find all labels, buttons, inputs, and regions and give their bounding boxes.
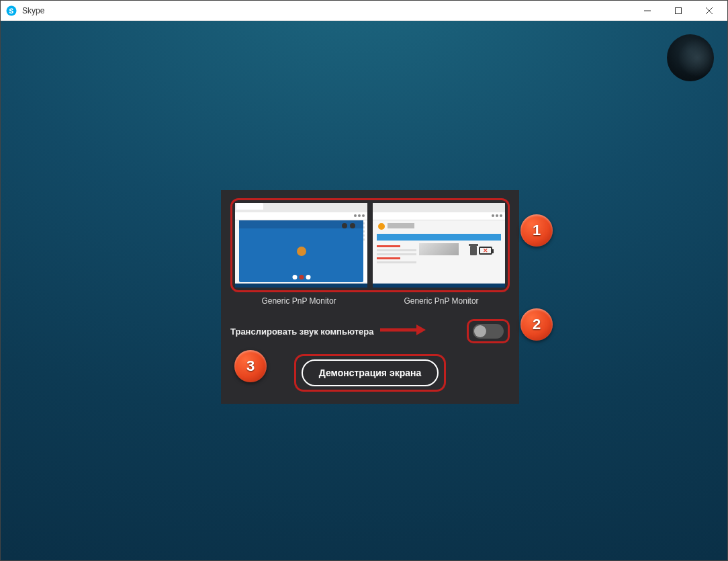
screen-label-2: Generic PnP Monitor — [373, 296, 510, 306]
call-background: ✕ Generic PnP Monitor Generic PnP Monito… — [1, 21, 727, 561]
share-button-highlight: Демонстрация экрана — [294, 354, 447, 392]
screen-label-1: Generic PnP Monitor — [230, 296, 367, 306]
action-row: Демонстрация экрана — [230, 354, 510, 392]
screen-tile-2[interactable]: ✕ — [373, 203, 505, 288]
svg-rect-2 — [676, 7, 682, 13]
share-screen-dialog: ✕ Generic PnP Monitor Generic PnP Monito… — [221, 190, 519, 404]
avatar[interactable] — [667, 34, 714, 81]
svg-marker-6 — [416, 325, 426, 335]
minimize-button[interactable] — [632, 1, 663, 20]
toggle-knob — [474, 325, 486, 337]
share-screen-button[interactable]: Демонстрация экрана — [302, 359, 439, 386]
toggle-highlight — [467, 319, 510, 343]
close-button[interactable] — [694, 1, 725, 20]
arrow-icon — [379, 324, 426, 339]
screen-choice-row: ✕ — [230, 198, 510, 292]
screen-labels: Generic PnP Monitor Generic PnP Monitor — [230, 296, 510, 306]
window-controls — [632, 1, 725, 20]
maximize-button[interactable] — [663, 1, 694, 20]
annotation-badge-2: 2 — [520, 308, 553, 341]
audio-row: Транслировать звук компьютера — [230, 319, 510, 343]
broadcast-audio-toggle[interactable] — [473, 324, 504, 339]
skype-icon — [6, 5, 17, 16]
broadcast-audio-label: Транслировать звук компьютера — [230, 327, 373, 337]
annotation-badge-3: 3 — [234, 350, 267, 382]
titlebar: Skype — [1, 1, 727, 21]
screen-tile-1[interactable] — [235, 203, 367, 288]
window-title: Skype — [22, 6, 632, 15]
annotation-badge-1: 1 — [520, 214, 553, 247]
